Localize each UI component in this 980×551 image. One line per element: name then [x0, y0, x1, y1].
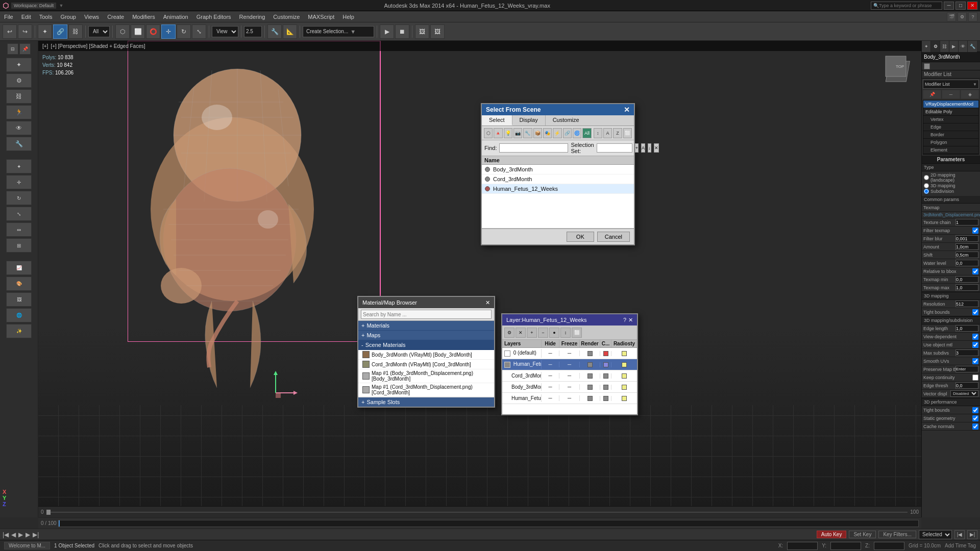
lm-btn-highlight[interactable]: ●: [549, 328, 559, 338]
modifier-vertex[interactable]: Vertex: [923, 116, 978, 123]
sfs-item-0[interactable]: Body_3rdMonth: [482, 165, 634, 174]
lm-row-0[interactable]: 0 (default) ─ ─: [502, 348, 637, 359]
static-geometry-check[interactable]: [972, 415, 978, 421]
menu-group[interactable]: Group: [56, 13, 80, 21]
play-btn[interactable]: ▶: [18, 531, 23, 538]
mb-mat-1[interactable]: Cord_3rdMonth (VRayMtl) [Cord_3rdMonth]: [358, 360, 494, 369]
z-coord-input[interactable]: [874, 542, 904, 550]
texmap-value[interactable]: 3rdMonth_Displacement.png: [922, 212, 980, 218]
edge-length-input[interactable]: [955, 325, 978, 332]
remove-modifier-btn[interactable]: ─: [942, 90, 960, 99]
modifier-polygon[interactable]: Polygon: [923, 139, 978, 146]
mirror-tool[interactable]: ⇔: [6, 222, 32, 237]
sfs-icon-1[interactable]: ⬡: [484, 128, 493, 138]
select-btn[interactable]: ⬡: [115, 24, 130, 39]
move-tool[interactable]: ✛: [6, 175, 32, 189]
render-active-btn[interactable]: 🖼: [415, 24, 429, 39]
play-btn[interactable]: ▶: [380, 24, 394, 39]
snap3d-btn[interactable]: 📐: [283, 24, 297, 39]
lm-row-3[interactable]: Body_3rdMonth ─ ─: [502, 382, 637, 393]
curve-editor[interactable]: 📈: [6, 261, 32, 275]
menu-customize[interactable]: Customize: [269, 13, 304, 21]
material-editor[interactable]: 🎨: [6, 277, 32, 291]
type-2d-radio[interactable]: [924, 175, 929, 180]
sfs-icon-6[interactable]: 📦: [533, 128, 542, 138]
close-button[interactable]: ✕: [967, 2, 977, 10]
pin-stack-btn[interactable]: 📌: [923, 90, 941, 99]
y-coord-input[interactable]: [830, 542, 861, 550]
snap-btn[interactable]: 🔧: [267, 24, 282, 39]
create-selection-dropdown[interactable]: Create Selection... ▼: [303, 26, 374, 37]
texmap-min-input[interactable]: [955, 276, 978, 283]
color-swatch[interactable]: [924, 63, 930, 69]
unlink-btn[interactable]: ⛓: [68, 24, 83, 39]
lm-btn-new[interactable]: ⚙: [504, 328, 514, 338]
lm-close-btn[interactable]: ✕: [628, 317, 633, 323]
panel-tab-modify[interactable]: ⚙: [931, 41, 940, 52]
modifier-border[interactable]: Border: [923, 131, 978, 139]
viewport-plus[interactable]: [+]: [42, 43, 48, 49]
modifier-vray-displacement[interactable]: VRayDisplacementMod: [923, 101, 978, 108]
prev-key-btn[interactable]: ◀: [11, 531, 16, 538]
smooth-uvs-check[interactable]: [972, 358, 978, 364]
menu-views[interactable]: Views: [80, 13, 103, 21]
render-btn[interactable]: 🎬: [947, 12, 956, 21]
motion-panel-btn[interactable]: 🏃: [6, 105, 32, 119]
object-name-field[interactable]: Body_3rdMonth: [922, 52, 980, 62]
mb-section-scene-materials[interactable]: -Scene Materials: [358, 340, 494, 350]
sfs-selection-set-btn1[interactable]: +: [635, 143, 639, 153]
add-time-tag-btn[interactable]: Add Time Tag: [945, 543, 976, 548]
resolution-input[interactable]: [955, 300, 978, 307]
shift-input[interactable]: [955, 252, 978, 258]
x-coord-input[interactable]: [787, 542, 818, 550]
menu-rendering[interactable]: Rendering: [235, 13, 270, 21]
view-dependent-check[interactable]: [972, 334, 978, 340]
maximize-button[interactable]: □: [955, 2, 966, 10]
key-filters-btn[interactable]: Key Filters...: [878, 531, 916, 538]
view-cube[interactable]: TOP: [883, 54, 916, 87]
sfs-close-btn[interactable]: ✕: [624, 106, 630, 114]
sfs-icon-13[interactable]: A: [603, 128, 612, 138]
sfs-tab-select[interactable]: Select: [482, 115, 512, 126]
mb-section-sample-slots[interactable]: +Sample Slots: [358, 397, 494, 407]
make-unique-btn[interactable]: ◈: [961, 90, 979, 99]
lm-btn-remove[interactable]: −: [538, 328, 548, 338]
render-effects[interactable]: ✨: [6, 324, 32, 338]
filter-texmap-check[interactable]: [972, 228, 978, 234]
sidebar-pin[interactable]: 📌: [19, 43, 31, 55]
rotate-btn[interactable]: ↻: [177, 24, 191, 39]
frame-fwd-btn[interactable]: ▶|: [967, 530, 977, 539]
sidebar-toggle[interactable]: ⊟: [7, 43, 18, 55]
link-btn[interactable]: 🔗: [53, 24, 67, 39]
water-level-input[interactable]: [955, 260, 978, 266]
sfs-find-input[interactable]: [499, 143, 568, 153]
mb-mat-2[interactable]: Map #1 (Body_3rdMonth_Displacement.png) …: [358, 369, 494, 383]
sfs-item-2[interactable]: Human_Fetus_12_Weeks: [482, 184, 634, 194]
next-key-btn[interactable]: ▶: [26, 531, 30, 538]
sfs-icon-7[interactable]: 🎭: [543, 128, 552, 138]
menu-edit[interactable]: Edit: [17, 13, 35, 21]
mb-section-materials[interactable]: +Materials: [358, 321, 494, 331]
menu-maxscript[interactable]: MAXScript: [304, 13, 338, 21]
lm-help-btn[interactable]: ?: [623, 317, 626, 323]
panel-tab-utils[interactable]: 🔧: [968, 41, 977, 52]
sfs-tab-display[interactable]: Display: [512, 115, 546, 126]
sfs-icon-2[interactable]: 🔺: [494, 128, 502, 138]
use-obj-mtl-check[interactable]: [972, 342, 978, 348]
paint-select-btn[interactable]: ⭕: [146, 24, 160, 39]
object-name-input[interactable]: Body_3rdMonth: [924, 54, 978, 60]
cache-normals-check[interactable]: [972, 423, 978, 430]
sfs-selection-set-btn2[interactable]: A: [641, 143, 645, 153]
sfs-selection-set-input[interactable]: [597, 143, 632, 153]
type-subdiv-radio[interactable]: [924, 189, 929, 194]
lm-row-1[interactable]: Human_Fetus_12_V... ─ ─: [502, 359, 637, 370]
lm-row-4[interactable]: Human_Fetus_1... ─ ─: [502, 393, 637, 404]
prev-frame-btn[interactable]: |◀: [3, 531, 9, 538]
set-key-btn[interactable]: Set Key: [849, 531, 876, 538]
menu-graph-editors[interactable]: Graph Editors: [192, 13, 235, 21]
tight-bounds-check[interactable]: [972, 309, 978, 315]
sfs-item-1[interactable]: Cord_3rdMonth: [482, 174, 634, 184]
mb-search-input[interactable]: [361, 310, 492, 319]
sfs-icon-12[interactable]: ↕: [594, 128, 602, 138]
mb-close-btn[interactable]: ✕: [485, 299, 490, 306]
